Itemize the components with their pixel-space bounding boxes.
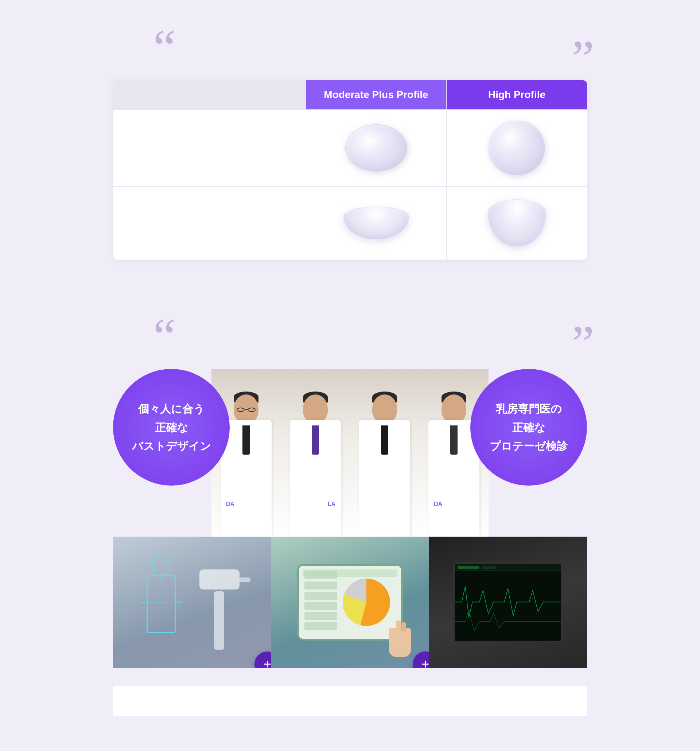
- td-high-side-view: [447, 187, 587, 260]
- tablet-sidebar: [304, 571, 337, 633]
- dr3-coat: [359, 420, 410, 537]
- bubble-left-design: 個々人に合う正確なバストデザイン: [113, 369, 230, 485]
- quote-close-1: ”: [572, 33, 594, 84]
- quote-open-1: “: [153, 22, 176, 73]
- table-row-side-view: [113, 186, 587, 260]
- us-screen-content: [454, 564, 561, 641]
- equipment-descriptions: [113, 686, 587, 716]
- high-side-view-implant: [488, 199, 546, 247]
- high-top-view-implant: [488, 121, 545, 175]
- dr4-head: [442, 394, 466, 423]
- th-moderate-plus: Moderate Plus Profile: [306, 80, 447, 110]
- td-label-2: [113, 187, 306, 260]
- equipment-tablet-software: +: [271, 537, 429, 668]
- eq3-description: [429, 686, 587, 716]
- doctors-section: 個々人に合う正確なバストデザイン: [113, 347, 587, 537]
- section1-comparison: “ ” Moderate Plus Profile High Profile: [0, 0, 700, 281]
- th-high-profile: High Profile: [447, 80, 587, 110]
- equipment-grid: +: [113, 537, 587, 668]
- pie-chart: [343, 579, 390, 626]
- page-wrapper: “ ” Moderate Plus Profile High Profile: [0, 0, 700, 751]
- equipment-ultrasound: [429, 537, 587, 668]
- doctor-3: [350, 369, 419, 537]
- bubble-left-text: 個々人に合う正確なバストデザイン: [132, 400, 211, 455]
- th-moderate-label: Moderate Plus Profile: [324, 89, 428, 100]
- th-empty: [113, 80, 306, 110]
- us-monitor: [453, 562, 562, 642]
- td-label-1: [113, 110, 306, 186]
- dr3-head: [372, 394, 397, 423]
- td-moderate-top-view: [306, 110, 447, 186]
- eq2-visual: [271, 537, 429, 668]
- eq2-description: [271, 686, 430, 716]
- dr1-head: [234, 394, 258, 423]
- td-high-top-view: [447, 110, 587, 186]
- equipment-section: +: [113, 537, 587, 716]
- eq2-plus-label: +: [422, 657, 429, 668]
- table-header-row: Moderate Plus Profile High Profile: [113, 80, 587, 110]
- dr2-coat: LA: [290, 420, 341, 537]
- doctor-2: LA: [281, 369, 350, 537]
- equipment-body-scanner: +: [113, 537, 271, 668]
- eq3-visual: [429, 537, 587, 668]
- th-high-label: High Profile: [488, 89, 545, 100]
- tablet-device: [297, 564, 403, 641]
- moderate-top-view-implant: [345, 124, 407, 172]
- bubble-right-prosthesis: 乳房専門医の正確なプロテーゼ検診: [470, 369, 587, 485]
- moderate-side-view-implant: [343, 207, 409, 240]
- bubble-right-text: 乳房専門医の正確なプロテーゼ検診: [490, 400, 568, 455]
- dr2-head: [303, 394, 328, 423]
- table-row-top-view: [113, 110, 587, 186]
- eq1-visual: [113, 537, 271, 668]
- section2-doctors: “ ” 個々人に合う正確なバストデザイン: [0, 296, 700, 751]
- eq1-plus-label: +: [264, 657, 271, 668]
- implant-comparison-table: Moderate Plus Profile High Profile: [113, 80, 587, 260]
- eq1-description: [113, 686, 271, 716]
- td-moderate-side-view: [306, 187, 447, 260]
- doctors-photos-row: DA LA: [212, 369, 488, 537]
